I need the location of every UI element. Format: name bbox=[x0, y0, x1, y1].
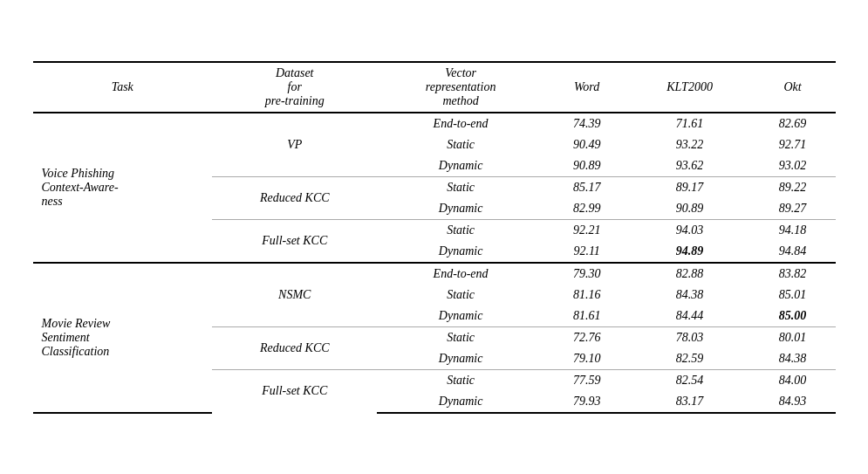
okt-value: 84.93 bbox=[750, 391, 836, 413]
vector-cell: Dynamic bbox=[377, 198, 543, 220]
okt-value: 89.27 bbox=[750, 198, 836, 220]
dataset-cell: Full-set KCC bbox=[212, 219, 377, 263]
okt-value: 85.01 bbox=[750, 285, 836, 306]
dataset-cell: Full-set KCC bbox=[212, 369, 377, 413]
word-value: 82.99 bbox=[544, 198, 630, 220]
table-row: Voice Phishing Context-Aware- nessVPEnd-… bbox=[33, 113, 836, 134]
header-task: Task bbox=[33, 62, 213, 113]
okt-value: 84.38 bbox=[750, 348, 836, 370]
klt2000-value: 93.22 bbox=[630, 134, 750, 155]
vector-cell: Static bbox=[377, 285, 543, 306]
vector-cell: End-to-end bbox=[377, 113, 543, 134]
okt-value: 85.00 bbox=[750, 306, 836, 327]
vector-cell: Dynamic bbox=[377, 348, 543, 370]
results-table: Task Dataset for pre-training Vector rep… bbox=[33, 61, 836, 414]
vector-cell: Static bbox=[377, 134, 543, 155]
table-wrapper: Task Dataset for pre-training Vector rep… bbox=[33, 61, 836, 414]
okt-value: 93.02 bbox=[750, 155, 836, 177]
word-value: 85.17 bbox=[544, 176, 630, 198]
klt2000-value: 82.88 bbox=[630, 263, 750, 285]
vector-cell: Dynamic bbox=[377, 306, 543, 327]
header-klt2000: KLT2000 bbox=[630, 62, 750, 113]
word-value: 77.59 bbox=[544, 369, 630, 391]
word-value: 90.89 bbox=[544, 155, 630, 177]
okt-value: 94.84 bbox=[750, 241, 836, 263]
vector-cell: Dynamic bbox=[377, 155, 543, 177]
dataset-cell: Reduced KCC bbox=[212, 176, 377, 219]
okt-value: 84.00 bbox=[750, 369, 836, 391]
okt-value: 83.82 bbox=[750, 263, 836, 285]
klt2000-value: 84.44 bbox=[630, 306, 750, 327]
dataset-cell: Reduced KCC bbox=[212, 326, 377, 369]
word-value: 90.49 bbox=[544, 134, 630, 155]
table-row: Movie Review Sentiment ClassificationNSM… bbox=[33, 263, 836, 285]
klt2000-value: 82.59 bbox=[630, 348, 750, 370]
header-word: Word bbox=[544, 62, 630, 113]
word-value: 92.21 bbox=[544, 219, 630, 241]
vector-cell: Static bbox=[377, 176, 543, 198]
okt-value: 82.69 bbox=[750, 113, 836, 134]
vector-cell: Static bbox=[377, 326, 543, 348]
dataset-cell: VP bbox=[212, 113, 377, 177]
okt-value: 89.22 bbox=[750, 176, 836, 198]
okt-value: 92.71 bbox=[750, 134, 836, 155]
klt2000-value: 82.54 bbox=[630, 369, 750, 391]
vector-cell: Static bbox=[377, 219, 543, 241]
task-cell: Movie Review Sentiment Classification bbox=[33, 263, 213, 413]
klt2000-value: 84.38 bbox=[630, 285, 750, 306]
header-dataset: Dataset for pre-training bbox=[212, 62, 377, 113]
word-value: 72.76 bbox=[544, 326, 630, 348]
word-value: 74.39 bbox=[544, 113, 630, 134]
vector-cell: End-to-end bbox=[377, 263, 543, 285]
klt2000-value: 83.17 bbox=[630, 391, 750, 413]
okt-value: 94.18 bbox=[750, 219, 836, 241]
word-value: 79.93 bbox=[544, 391, 630, 413]
header-row: Task Dataset for pre-training Vector rep… bbox=[33, 62, 836, 113]
word-value: 79.10 bbox=[544, 348, 630, 370]
word-value: 81.61 bbox=[544, 306, 630, 327]
klt2000-value: 78.03 bbox=[630, 326, 750, 348]
klt2000-value: 90.89 bbox=[630, 198, 750, 220]
task-cell: Voice Phishing Context-Aware- ness bbox=[33, 113, 213, 263]
word-value: 79.30 bbox=[544, 263, 630, 285]
word-value: 81.16 bbox=[544, 285, 630, 306]
klt2000-value: 94.89 bbox=[630, 241, 750, 263]
vector-cell: Dynamic bbox=[377, 241, 543, 263]
header-okt: Okt bbox=[750, 62, 836, 113]
klt2000-value: 89.17 bbox=[630, 176, 750, 198]
vector-cell: Dynamic bbox=[377, 391, 543, 413]
klt2000-value: 71.61 bbox=[630, 113, 750, 134]
dataset-cell: NSMC bbox=[212, 263, 377, 327]
klt2000-value: 94.03 bbox=[630, 219, 750, 241]
word-value: 92.11 bbox=[544, 241, 630, 263]
table-body: Voice Phishing Context-Aware- nessVPEnd-… bbox=[33, 113, 836, 413]
header-vector: Vector representation method bbox=[377, 62, 543, 113]
vector-cell: Static bbox=[377, 369, 543, 391]
okt-value: 80.01 bbox=[750, 326, 836, 348]
klt2000-value: 93.62 bbox=[630, 155, 750, 177]
